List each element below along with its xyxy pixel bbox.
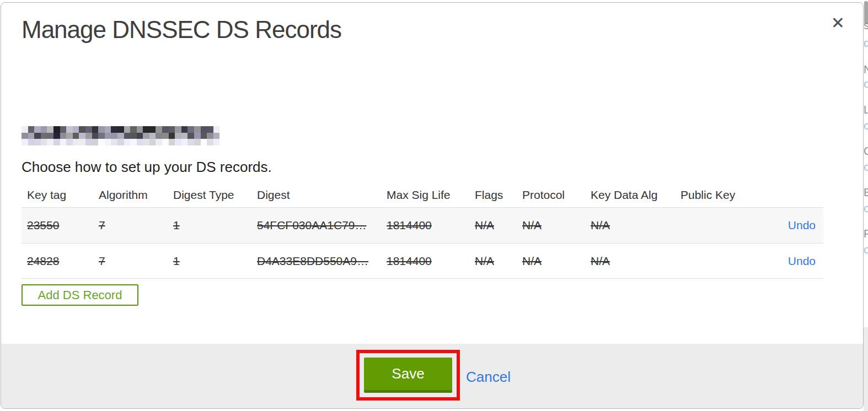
- setup-instruction-text: Choose how to set up your DS records.: [22, 159, 272, 176]
- header-key-tag: Key tag: [22, 188, 93, 202]
- cell-digest-type: 1: [168, 219, 251, 232]
- cancel-link[interactable]: Cancel: [466, 369, 511, 386]
- close-icon[interactable]: ✕: [831, 14, 845, 33]
- cell-key-data-alg: N/A: [585, 219, 675, 232]
- header-max-sig-life: Max Sig Life: [381, 188, 469, 202]
- background-text-fragment: E: [864, 187, 868, 198]
- cell-max-sig-life: 1814400: [381, 255, 469, 268]
- cell-algorithm: 7: [93, 219, 168, 232]
- background-text-fragment: L: [864, 104, 868, 115]
- background-text-fragment: C: [864, 145, 868, 156]
- save-button[interactable]: Save: [364, 358, 452, 393]
- cell-digest: D4A33E8DD550A9…: [251, 255, 381, 268]
- header-public-key: Public Key: [675, 188, 752, 202]
- background-footer-sliver: [864, 327, 868, 411]
- background-text-fragment: o: [864, 161, 868, 172]
- cell-digest-type: 1: [168, 255, 251, 268]
- dialog-footer: Save Cancel: [1, 344, 863, 408]
- cell-protocol: N/A: [517, 219, 585, 232]
- manage-dnssec-ds-records-dialog: Manage DNSSEC DS Records ✕ Choose how to…: [1, 2, 864, 409]
- background-text-fragment: s: [864, 20, 868, 31]
- cell-flags: N/A: [469, 255, 517, 268]
- cell-key-tag: 23550: [22, 219, 93, 232]
- background-text-fragment: N: [864, 64, 868, 75]
- table-header-row: Key tag Algorithm Digest Type Digest Max…: [22, 182, 823, 207]
- cell-protocol: N/A: [517, 255, 585, 268]
- header-key-data-alg: Key Data Alg: [585, 188, 675, 202]
- background-page-edge: sdNoLoCoEoPo: [864, 0, 868, 411]
- save-button-highlight-annotation: Save: [356, 350, 460, 401]
- cell-flags: N/A: [469, 219, 517, 232]
- background-text-fragment: o: [864, 244, 868, 255]
- header-digest-type: Digest Type: [168, 188, 251, 202]
- cell-algorithm: 7: [93, 255, 168, 268]
- add-ds-record-button[interactable]: Add DS Record: [22, 284, 138, 306]
- background-text-fragment: o: [864, 120, 868, 131]
- undo-link[interactable]: Undo: [783, 219, 823, 232]
- cell-key-data-alg: N/A: [585, 255, 675, 268]
- background-text-fragment: o: [864, 78, 868, 89]
- cell-key-tag: 24828: [22, 255, 93, 268]
- redacted-domain: [22, 126, 219, 145]
- dialog-title: Manage DNSSEC DS Records: [22, 16, 341, 44]
- table-row: 23550 7 1 54FCF030AA1C79… 1814400 N/A N/…: [22, 207, 823, 243]
- header-flags: Flags: [469, 188, 517, 202]
- header-protocol: Protocol: [517, 188, 585, 202]
- header-algorithm: Algorithm: [93, 188, 168, 202]
- ds-records-table: Key tag Algorithm Digest Type Digest Max…: [22, 182, 823, 279]
- table-row: 24828 7 1 D4A33E8DD550A9… 1814400 N/A N/…: [22, 243, 823, 279]
- header-digest: Digest: [251, 188, 381, 202]
- background-text-fragment: o: [864, 203, 868, 214]
- background-text-fragment: d: [864, 37, 868, 48]
- cell-max-sig-life: 1814400: [381, 219, 469, 232]
- background-text-fragment: P: [864, 228, 868, 239]
- cell-digest: 54FCF030AA1C79…: [251, 219, 381, 232]
- undo-link[interactable]: Undo: [783, 255, 823, 268]
